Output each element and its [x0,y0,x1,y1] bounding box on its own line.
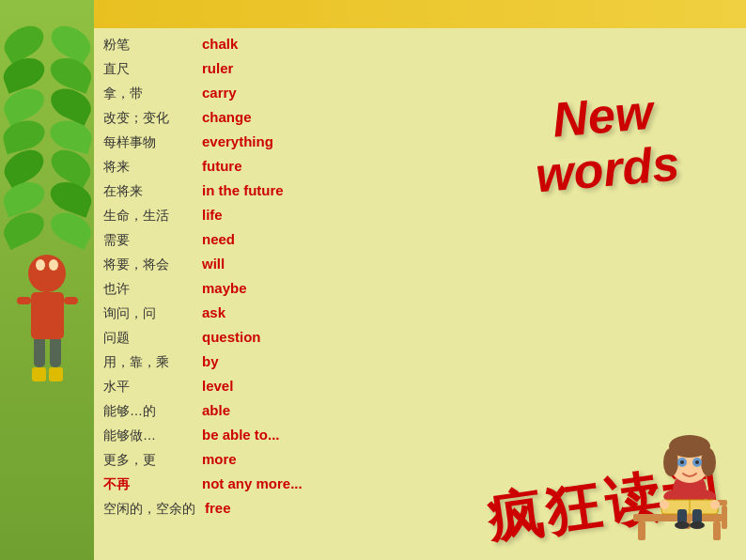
leaves-decoration [3,9,92,381]
leaf-right-3 [45,83,95,126]
leaf-right-4 [46,117,94,155]
left-border [0,0,94,560]
chinese-word: 询问，问 [103,303,193,323]
vocab-row: 询问，问ask [103,302,455,324]
vocab-row: 将来future [103,155,455,178]
leaf-right-2 [46,53,96,94]
english-word: free [205,497,231,520]
svg-point-20 [710,500,720,509]
svg-point-10 [701,448,716,476]
chinese-word: 水平 [103,376,193,397]
vocab-row: 生命，生活life [103,204,455,226]
svg-point-23 [675,521,690,529]
vocab-row: 将要，将会will [103,253,455,275]
girl-illustration [629,411,732,546]
english-word: future [202,155,242,178]
leaf-pair-7 [3,214,92,242]
main-container: 粉笔chalk直尺ruler拿，带carry改变；变化change每样事物eve… [0,0,746,560]
svg-rect-1 [638,521,645,540]
vocab-row: 空闲的，空余的free [103,497,455,520]
english-word: chalk [202,33,238,55]
top-bar [94,0,746,28]
chinese-word: 更多，更 [103,449,193,470]
new-words-title: New words [479,79,732,208]
chinese-word: 问题 [103,327,193,348]
svg-point-24 [690,521,705,529]
english-word: carry [202,82,237,104]
svg-point-14 [695,460,699,464]
english-word: everything [202,131,273,153]
svg-point-9 [663,448,678,476]
content-area: 粉笔chalk直尺ruler拿，带carry改变；变化change每样事物eve… [94,0,746,560]
chinese-word: 也许 [103,278,193,299]
english-word: by [202,350,219,373]
chinese-word: 不再 [103,474,193,494]
vocab-row: 不再not any more... [103,473,455,495]
chinese-word: 将要，将会 [103,254,193,274]
vocab-row: 改变；变化change [103,106,455,129]
chinese-word: 能够…的 [103,400,193,421]
leaf-pair-5 [3,152,92,180]
leaf-left-6 [0,177,48,218]
leaf-pair-2 [3,59,92,87]
chinese-word: 拿，带 [103,83,193,103]
flower-decoration [28,255,66,381]
leaf-left-2 [0,53,48,94]
chinese-word: 将来 [103,156,193,177]
english-word: level [202,375,233,397]
vocab-list: 粉笔chalk直尺ruler拿，带carry改变；变化change每样事物eve… [103,33,455,551]
vocab-row: 用，靠，乘by [103,350,455,373]
chinese-word: 每样事物 [103,132,193,152]
chinese-word: 生命，生活 [103,205,193,226]
english-word: ask [202,302,225,324]
svg-rect-21 [677,509,687,523]
leaf-right-7 [45,207,95,250]
english-word: question [202,326,261,349]
leaf-pair-6 [3,183,92,211]
english-word: change [202,106,252,129]
vocab-row: 直尺ruler [103,57,455,80]
vocab-row: 需要need [103,228,455,251]
vocab-row: 拿，带carry [103,82,455,104]
svg-rect-2 [713,521,721,540]
english-word: able [202,399,230,422]
vocab-row: 在将来in the future [103,179,455,202]
leaf-pair-1 [3,28,92,56]
english-word: be able to... [202,424,280,446]
chinese-word: 在将来 [103,180,193,201]
english-word: need [202,228,235,251]
english-word: maybe [202,277,247,300]
english-word: ruler [202,57,233,80]
vocab-row: 也许maybe [103,277,455,300]
chinese-word: 能够做… [103,425,193,445]
chinese-word: 需要 [103,229,193,250]
leaf-left-4 [0,117,48,155]
leaf-pair-4 [3,121,92,149]
svg-point-13 [680,460,684,464]
vocab-row: 问题question [103,326,455,349]
vocab-row: 粉笔chalk [103,33,455,55]
english-word: life [202,204,223,226]
leaf-right-6 [46,177,96,218]
chinese-word: 空闲的，空余的 [103,498,195,519]
vocab-row: 能够做…be able to... [103,424,455,446]
english-word: not any more... [202,473,303,495]
vocab-row: 更多，更more [103,448,455,471]
english-word: will [202,253,225,275]
chinese-word: 用，靠，乘 [103,351,193,372]
svg-point-19 [660,500,669,509]
leaf-pair-3 [3,90,92,118]
svg-rect-5 [722,506,727,529]
chinese-word: 粉笔 [103,34,193,54]
right-panel: New words 疯狂读词 [474,33,737,551]
vocab-row: 能够…的able [103,399,455,422]
vocab-row: 每样事物everything [103,131,455,153]
chinese-word: 改变；变化 [103,107,193,128]
english-word: in the future [202,179,284,202]
vocab-row: 水平level [103,375,455,397]
chinese-word: 直尺 [103,58,193,79]
svg-rect-22 [692,509,702,523]
english-word: more [202,448,237,471]
